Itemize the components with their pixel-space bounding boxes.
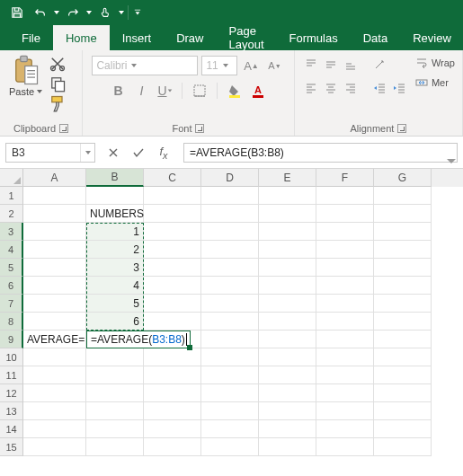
cell-A13[interactable] [23, 402, 86, 420]
cell-A14[interactable] [23, 420, 86, 438]
insert-function-icon[interactable]: fx [151, 143, 176, 163]
cell-D7[interactable] [201, 295, 259, 313]
undo-icon[interactable] [29, 2, 52, 23]
cell-D1[interactable] [201, 187, 259, 205]
cell-F4[interactable] [316, 241, 374, 259]
cell-C4[interactable] [144, 241, 201, 259]
cell-G3[interactable] [374, 223, 432, 241]
cell-D4[interactable] [201, 241, 259, 259]
column-header-F[interactable]: F [316, 169, 374, 187]
save-icon[interactable] [5, 2, 29, 23]
cell-C6[interactable] [144, 277, 201, 295]
fill-color-icon[interactable] [225, 81, 245, 101]
cell-F1[interactable] [316, 187, 374, 205]
cell-B10[interactable] [86, 348, 144, 366]
cell-F12[interactable] [316, 384, 374, 402]
cell-E4[interactable] [259, 241, 316, 259]
cell-A11[interactable] [23, 366, 86, 384]
cell-E3[interactable] [259, 223, 316, 241]
font-name-combo[interactable]: Calibri [92, 56, 198, 75]
cell-B13[interactable] [86, 402, 144, 420]
row-header-7[interactable]: 7 [0, 295, 23, 313]
cell-G13[interactable] [374, 402, 432, 420]
cell-F11[interactable] [316, 366, 374, 384]
cell-C9[interactable] [144, 331, 201, 348]
decrease-font-icon[interactable]: A▼ [264, 56, 284, 75]
cell-A2[interactable] [23, 205, 86, 223]
cell-G5[interactable] [374, 259, 432, 277]
border-icon[interactable] [190, 81, 209, 101]
cell-G10[interactable] [374, 348, 432, 366]
column-header-B[interactable]: B [86, 169, 144, 187]
cell-F13[interactable] [316, 402, 374, 420]
cell-C12[interactable] [144, 384, 201, 402]
row-header-2[interactable]: 2 [0, 205, 23, 223]
cell-B12[interactable] [86, 384, 144, 402]
row-header-8[interactable]: 8 [0, 313, 23, 331]
cell-F5[interactable] [316, 259, 374, 277]
redo-dropdown-icon[interactable] [85, 9, 93, 16]
row-header-6[interactable]: 6 [0, 277, 23, 295]
row-header-14[interactable]: 14 [0, 420, 23, 438]
underline-button[interactable]: U [155, 81, 174, 101]
cell-F3[interactable] [316, 223, 374, 241]
cell-D11[interactable] [201, 366, 259, 384]
row-header-4[interactable]: 4 [0, 241, 23, 259]
cell-F14[interactable] [316, 420, 374, 438]
name-box[interactable]: B3 [5, 143, 95, 163]
cell-D13[interactable] [201, 402, 259, 420]
cell-C10[interactable] [144, 348, 201, 366]
column-header-D[interactable]: D [201, 169, 259, 187]
increase-indent-icon[interactable] [390, 79, 408, 97]
cell-A8[interactable] [23, 313, 86, 331]
align-left-icon[interactable] [302, 79, 320, 97]
cell-G9[interactable] [374, 331, 432, 348]
cell-C5[interactable] [144, 259, 201, 277]
cell-G14[interactable] [374, 420, 432, 438]
cell-A6[interactable] [23, 277, 86, 295]
format-painter-icon[interactable] [49, 95, 67, 111]
cell-F6[interactable] [316, 277, 374, 295]
select-all-corner[interactable] [0, 169, 23, 187]
align-middle-icon[interactable] [322, 56, 340, 74]
cell-B14[interactable] [86, 420, 144, 438]
cell-F10[interactable] [316, 348, 374, 366]
row-header-13[interactable]: 13 [0, 402, 23, 420]
cell-D6[interactable] [201, 277, 259, 295]
cell-D3[interactable] [201, 223, 259, 241]
touch-dropdown-icon[interactable] [117, 9, 126, 16]
cell-G1[interactable] [374, 187, 432, 205]
cell-A15[interactable] [23, 438, 86, 456]
cell-E11[interactable] [259, 366, 316, 384]
cell-E5[interactable] [259, 259, 316, 277]
cell-B11[interactable] [86, 366, 144, 384]
align-top-icon[interactable] [302, 56, 320, 74]
cell-F9[interactable] [316, 331, 374, 348]
cell-D9[interactable] [201, 331, 259, 348]
tab-file[interactable]: File [9, 25, 53, 50]
cell-F7[interactable] [316, 295, 374, 313]
formula-input[interactable]: =AVERAGE(B3:B8) [183, 143, 458, 163]
cell-C2[interactable] [144, 205, 201, 223]
cell-E14[interactable] [259, 420, 316, 438]
cancel-formula-icon[interactable] [101, 143, 126, 163]
touch-mode-icon[interactable] [93, 2, 117, 23]
cell-G4[interactable] [374, 241, 432, 259]
cell-D14[interactable] [201, 420, 259, 438]
cell-E15[interactable] [259, 438, 316, 456]
cell-D5[interactable] [201, 259, 259, 277]
orientation-icon[interactable] [370, 56, 388, 74]
cell-B4[interactable]: 2 [86, 241, 144, 259]
enter-formula-icon[interactable] [126, 143, 151, 163]
align-right-icon[interactable] [342, 79, 360, 97]
customize-qat-icon[interactable] [130, 9, 145, 16]
cell-C3[interactable] [144, 223, 201, 241]
cell-B8[interactable]: 6 [86, 313, 144, 331]
cell-G8[interactable] [374, 313, 432, 331]
bold-button[interactable]: B [108, 81, 128, 101]
cell-G6[interactable] [374, 277, 432, 295]
cell-F2[interactable] [316, 205, 374, 223]
cell-G7[interactable] [374, 295, 432, 313]
row-header-9[interactable]: 9 [0, 331, 23, 348]
undo-dropdown-icon[interactable] [52, 9, 61, 16]
